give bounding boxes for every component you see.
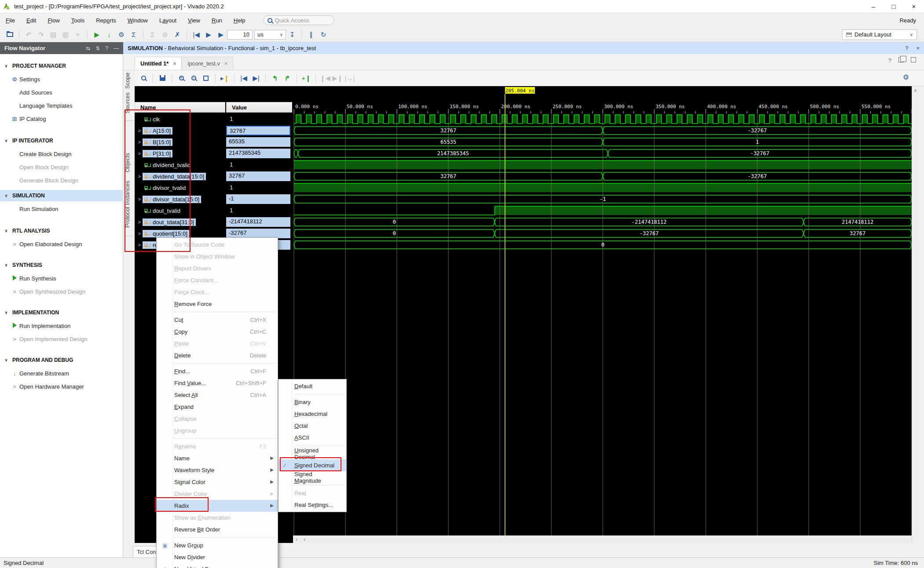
flownav-section-implementation[interactable]: ∨IMPLEMENTATION — [0, 307, 123, 318]
run-time-input[interactable]: 10 — [227, 30, 253, 40]
flownav-item-open-hardware-manager[interactable]: >Open Hardware Manager — [0, 381, 123, 392]
menu-item-remove-force[interactable]: Remove Force — [157, 298, 278, 310]
collapse-left-icon[interactable]: ‹ — [304, 536, 305, 543]
menu-reports[interactable]: Reports — [90, 15, 122, 26]
signal-name-row[interactable]: >divisor_tdata[15:0] — [135, 193, 225, 205]
menu-item-new-virtual-bus[interactable]: ◉New Virtual Bus — [157, 563, 278, 568]
signal-name-row[interactable]: >dout_tdata[31:0] — [135, 216, 225, 228]
run-for-time-icon[interactable]: ▶ — [215, 29, 227, 40]
flownav-item-run-synthesis[interactable]: Run Synthesis — [0, 273, 123, 284]
menu-item-find[interactable]: Find...Ctrl+F — [157, 365, 278, 377]
menu-item-ascii[interactable]: ASCII — [279, 432, 346, 444]
help-icon[interactable]: ? — [905, 45, 908, 51]
flownav-section-synthesis[interactable]: ∨SYNTHESIS — [0, 259, 123, 271]
help-icon[interactable]: ? — [105, 45, 108, 51]
flownav-item-open-synthesized-design[interactable]: >Open Synthesized Design — [0, 286, 123, 297]
side-tab-objects[interactable]: Objects — [124, 151, 134, 174]
paste-icon[interactable]: ▥ — [60, 29, 71, 40]
signal-value-cell[interactable]: -2147418112 — [226, 216, 292, 228]
flownav-section-rtl-analysis[interactable]: ∨RTL ANALYSIS — [0, 225, 123, 237]
menu-item-radix[interactable]: Radix▶ — [157, 500, 278, 512]
menu-item-paste[interactable]: PasteCtrl+V — [157, 338, 278, 350]
close-tab-icon[interactable]: × — [224, 61, 227, 67]
expand-chevron-icon[interactable]: > — [136, 242, 143, 248]
maximize-pane-icon[interactable] — [911, 57, 916, 62]
waveform-canvas[interactable]: 32767-327676553512147385345-3276732767-3… — [293, 86, 912, 535]
delete-x-icon[interactable]: × — [72, 29, 84, 40]
undo-icon[interactable]: ↶ — [23, 29, 34, 40]
zoom-in-icon[interactable]: + — [176, 73, 187, 84]
menu-item-find-value[interactable]: Find Value...Ctrl+Shift+F — [157, 377, 278, 389]
zoom-out-icon[interactable]: − — [188, 73, 199, 84]
name-column-header[interactable]: Name — [135, 102, 225, 113]
flownav-item-generate-bitstream[interactable]: ↓Generate Bitstream — [0, 368, 123, 379]
span-markers-icon[interactable]: |↔| — [344, 73, 356, 84]
relaunch-icon[interactable]: ↻ — [318, 29, 329, 40]
add-marker-icon[interactable]: +❙ — [301, 73, 312, 84]
next-marker-icon[interactable]: ▶❙ — [332, 73, 343, 84]
flownav-item-language-templates[interactable]: Language Templates — [0, 100, 123, 111]
signal-name-row[interactable]: >dividend_tdata[15:0] — [135, 171, 225, 182]
value-column-header[interactable]: Value — [226, 102, 292, 113]
menu-item-signed-magnitude[interactable]: Signed Magnitude — [279, 471, 346, 483]
signal-name-row[interactable]: >B[15:0] — [135, 136, 225, 148]
menu-item-waveform-style[interactable]: Waveform Style▶ — [157, 464, 278, 476]
menu-window[interactable]: Window — [122, 15, 154, 26]
menu-item-new-divider[interactable]: New Divider — [157, 551, 278, 563]
flownav-section-program-and-debug[interactable]: ∨PROGRAM AND DEBUG — [0, 354, 123, 366]
expand-chevron-icon[interactable]: > — [136, 231, 143, 236]
save-icon[interactable] — [157, 73, 168, 84]
menu-file[interactable]: File — [0, 15, 21, 26]
expand-chevron-icon[interactable]: > — [136, 128, 143, 133]
menu-item-delete[interactable]: DeleteDelete — [157, 350, 278, 361]
close-pane-icon[interactable]: × — [916, 45, 920, 51]
flownav-item-ip-catalog[interactable]: ⊞IP Catalog — [0, 113, 123, 124]
signal-name-row[interactable]: dout_tvalid — [135, 205, 225, 216]
wave-settings-gear-icon[interactable]: ⚙ — [903, 73, 909, 81]
menu-item-binary[interactable]: Binary — [279, 396, 346, 408]
menu-item-real[interactable]: Real — [279, 487, 346, 499]
run-icon[interactable]: ▶ — [91, 29, 103, 40]
menu-item-copy[interactable]: CopyCtrl+C — [157, 326, 278, 338]
signal-value-cell[interactable]: 1 — [226, 113, 292, 125]
expand-chevron-icon[interactable]: > — [136, 219, 143, 225]
menu-item-new-group[interactable]: ▣New Group — [157, 539, 278, 551]
signal-value-cell[interactable]: 32767 — [226, 125, 292, 136]
copy-icon[interactable]: ▤ — [48, 29, 59, 40]
signal-value-cell[interactable]: 1 — [226, 205, 292, 216]
menu-item-expand[interactable]: Expand — [157, 401, 278, 413]
tab-untitled-1-[interactable]: Untitled 1*× — [135, 57, 182, 70]
flownav-section-simulation[interactable]: ∨SIMULATION — [0, 190, 123, 201]
menu-layout[interactable]: Layout — [154, 15, 182, 26]
float-pane-icon[interactable] — [898, 57, 904, 62]
flownav-item-run-simulation[interactable]: Run Simulation — [0, 203, 123, 215]
menu-item-name[interactable]: Name▶ — [157, 452, 278, 464]
restart-begin-icon[interactable]: |◀ — [191, 29, 202, 40]
side-tab-scope[interactable]: Scope — [124, 70, 134, 91]
signal-value-cell[interactable]: 1 — [226, 159, 292, 171]
previous-transition-icon[interactable]: |◀ — [238, 73, 249, 84]
expand-right-icon[interactable]: › — [296, 536, 297, 543]
signal-value-cell[interactable]: 32767 — [226, 171, 292, 182]
expand-icon[interactable]: ⇅ — [95, 45, 100, 51]
settings-gear-icon[interactable]: ⚙ — [116, 29, 127, 40]
quick-access-search[interactable]: Quick Access — [264, 15, 334, 25]
menu-help[interactable]: Help — [228, 15, 251, 26]
flownav-item-settings[interactable]: ⚙Settings — [0, 73, 123, 85]
previous-edge-icon[interactable]: ↰ — [269, 73, 281, 84]
menu-item-real-settings[interactable]: Real Settings... — [279, 499, 346, 511]
expand-chevron-icon[interactable]: > — [136, 197, 143, 202]
menu-view[interactable]: View — [182, 15, 206, 26]
menu-item-select-all[interactable]: Select AllCtrl+A — [157, 389, 278, 401]
menu-item-force-constant[interactable]: Force Constant... — [157, 274, 278, 286]
flownav-section-project-manager[interactable]: ∨PROJECT MANAGER — [0, 60, 123, 72]
menu-item-collapse[interactable]: Collapse — [157, 413, 278, 425]
signal-name-row[interactable]: >A[15:0] — [135, 125, 225, 136]
link-off-icon[interactable]: ⊘ — [159, 29, 171, 40]
flownav-item-run-implementation[interactable]: Run Implementation — [0, 320, 123, 331]
previous-marker-icon[interactable]: ❙◀ — [319, 73, 331, 84]
menu-item-show-as-enumeration[interactable]: Show as Enumeration — [157, 512, 278, 524]
flownav-item-open-elaborated-design[interactable]: >Open Elaborated Design — [0, 238, 123, 250]
layout-selector[interactable]: Default Layout∨ — [842, 29, 917, 40]
expand-chevron-icon[interactable]: > — [136, 151, 143, 156]
